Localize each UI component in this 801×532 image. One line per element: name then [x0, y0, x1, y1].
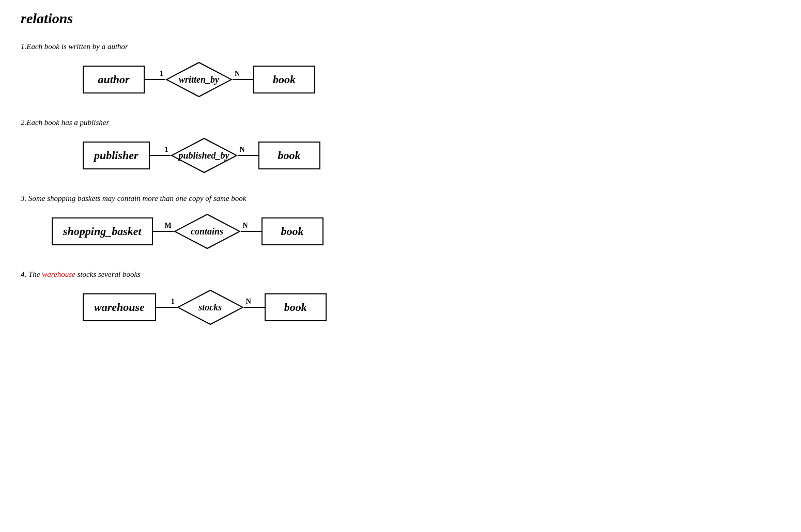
- relationship-label-2: published_by: [179, 150, 229, 161]
- connector-right-1: N: [233, 79, 253, 80]
- diamond-stocks: stocks: [177, 289, 244, 325]
- entity-shopping-basket: shopping_basket: [52, 217, 153, 245]
- page-title: relations: [21, 10, 780, 27]
- line-left-3: [153, 231, 174, 232]
- relationship-label-3: contains: [191, 226, 223, 237]
- relationship-label-1: written_by: [179, 74, 219, 85]
- connector-left-1: 1: [145, 79, 165, 80]
- relationship-label-4: stocks: [198, 302, 222, 313]
- relation-3-description: 3. Some shopping baskets may contain mor…: [21, 194, 780, 203]
- relation-section-1: 1.Each book is written by a author autho…: [21, 42, 780, 98]
- line-left-4: [156, 307, 177, 308]
- line-left-2: [150, 155, 171, 156]
- relation-4-description: 4. The warehouse stocks several books: [21, 270, 780, 279]
- card-1-left: 1: [160, 70, 163, 78]
- card-2-right: N: [240, 146, 245, 154]
- relation-2-description: 2.Each book has a publisher: [21, 118, 780, 127]
- diamond-contains: contains: [174, 213, 241, 249]
- card-2-left: 1: [165, 146, 168, 154]
- connector-left-2: 1: [150, 155, 171, 156]
- entity-warehouse: warehouse: [83, 293, 156, 321]
- er-diagram-2: publisher 1 published_by N book: [83, 137, 780, 174]
- entity-author: author: [83, 66, 145, 93]
- line-right-2: [238, 155, 258, 156]
- line-left-1: [145, 79, 165, 80]
- connector-right-4: N: [244, 307, 265, 308]
- card-4-left: 1: [171, 298, 175, 306]
- card-4-right: N: [246, 298, 251, 306]
- relation-section-3: 3. Some shopping baskets may contain mor…: [21, 194, 780, 249]
- connector-right-3: N: [241, 231, 261, 232]
- connector-left-3: M: [153, 231, 174, 232]
- entity-book-1: book: [253, 66, 315, 93]
- connector-right-2: N: [238, 155, 258, 156]
- relation-section-2: 2.Each book has a publisher publisher 1 …: [21, 118, 780, 174]
- entity-publisher: publisher: [83, 142, 150, 169]
- diamond-written-by: written_by: [165, 61, 233, 98]
- er-diagram-1: author 1 written_by N book: [83, 61, 780, 98]
- line-right-1: [233, 79, 253, 80]
- diamond-published-by: published_by: [171, 137, 238, 174]
- card-3-right: N: [243, 222, 248, 230]
- er-diagram-4: warehouse 1 stocks N book: [83, 289, 780, 325]
- card-3-left: M: [164, 222, 171, 230]
- connector-left-4: 1: [156, 307, 177, 308]
- highlight-warehouse: warehouse: [42, 270, 75, 278]
- line-right-3: [241, 231, 261, 232]
- entity-book-4: book: [265, 293, 327, 321]
- entity-book-2: book: [258, 142, 320, 169]
- card-1-right: N: [235, 70, 240, 78]
- er-diagram-3: shopping_basket M contains N book: [52, 213, 780, 249]
- relation-1-description: 1.Each book is written by a author: [21, 42, 780, 51]
- entity-book-3: book: [261, 217, 324, 245]
- relation-section-4: 4. The warehouse stocks several books wa…: [21, 270, 780, 325]
- line-right-4: [244, 307, 265, 308]
